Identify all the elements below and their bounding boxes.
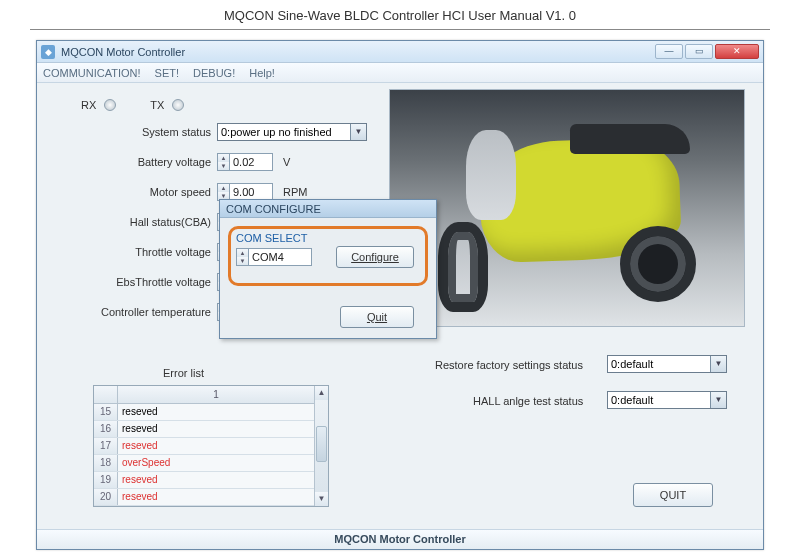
restore-factory-dropdown[interactable]: 0:default ▼ — [607, 355, 727, 373]
com-select-input[interactable]: ▲▼COM4 — [236, 248, 312, 266]
rx-label: RX — [81, 99, 96, 111]
rxtx-indicators: RX TX — [81, 99, 184, 111]
table-row[interactable]: 20reseved — [94, 489, 314, 506]
restore-factory-value: 0:default — [611, 358, 653, 370]
row-number: 15 — [94, 404, 118, 420]
chevron-down-icon: ▼ — [710, 392, 726, 408]
error-list-box: 1 15reseved16reseved17reseved18overSpeed… — [93, 385, 329, 507]
battery-voltage-label: Battery voltage — [67, 156, 217, 168]
error-list-col-header: 1 — [118, 386, 314, 403]
dialog-title: COM CONFIGURE — [220, 200, 436, 218]
menubar: COMMUNICATION! SET! DEBUG! Help! — [37, 63, 763, 83]
hall-angle-dropdown[interactable]: 0:default ▼ — [607, 391, 727, 409]
tx-label: TX — [150, 99, 164, 111]
row-number: 17 — [94, 438, 118, 454]
row-text: reseved — [118, 421, 314, 437]
dialog-quit-button[interactable]: Quit — [340, 306, 414, 328]
row-number: 16 — [94, 421, 118, 437]
row-number: 18 — [94, 455, 118, 471]
statusbar: MQCON Motor Controller — [37, 529, 763, 549]
titlebar: ◆ MQCON Motor Controller — ▭ ✕ — [37, 41, 763, 63]
row-number: 20 — [94, 489, 118, 505]
ebs-throttle-voltage-label: EbsThrottle voltage — [67, 276, 217, 288]
throttle-voltage-label: Throttle voltage — [67, 246, 217, 258]
minimize-button[interactable]: — — [655, 44, 683, 59]
app-icon: ◆ — [41, 45, 55, 59]
client-area: RX TX System status 0:power up no finish… — [37, 83, 763, 529]
system-status-row: System status 0:power up no finished ▼ — [67, 123, 367, 141]
error-list-table: 1 15reseved16reseved17reseved18overSpeed… — [94, 386, 314, 506]
menu-help[interactable]: Help! — [249, 67, 275, 79]
system-status-dropdown[interactable]: 0:power up no finished ▼ — [217, 123, 367, 141]
controller-temp-label: Controller temperature — [67, 306, 217, 318]
row-number: 19 — [94, 472, 118, 488]
menu-debug[interactable]: DEBUG! — [193, 67, 235, 79]
configure-button[interactable]: Configure — [336, 246, 414, 268]
table-row[interactable]: 17reseved — [94, 438, 314, 455]
system-status-label: System status — [67, 126, 217, 138]
restore-factory-label: Restore factory settings status — [435, 359, 583, 371]
row-text: reseved — [118, 438, 314, 454]
hall-angle-label: HALL anlge test status — [473, 395, 583, 407]
window-buttons: — ▭ ✕ — [655, 44, 759, 59]
scroll-down-icon[interactable]: ▼ — [315, 492, 328, 506]
error-list-label: Error list — [163, 367, 204, 379]
system-status-value: 0:power up no finished — [221, 126, 332, 138]
divider — [30, 29, 770, 30]
battery-voltage-row: Battery voltage ▲▼0.02 V — [67, 153, 290, 171]
rx-led-icon — [104, 99, 116, 111]
table-row[interactable]: 19reseved — [94, 472, 314, 489]
row-text: reseved — [118, 489, 314, 505]
motor-speed-label: Motor speed — [67, 186, 217, 198]
menu-communication[interactable]: COMMUNICATION! — [43, 67, 141, 79]
error-list-scrollbar[interactable]: ▲ ▼ — [314, 386, 328, 506]
error-list-header: 1 — [94, 386, 314, 404]
window-title: MQCON Motor Controller — [61, 46, 655, 58]
com-select-label: COM SELECT — [236, 232, 308, 244]
close-button[interactable]: ✕ — [715, 44, 759, 59]
doc-title: MQCON Sine-Wave BLDC Controller HCI User… — [0, 0, 800, 29]
row-text: overSpeed — [118, 455, 314, 471]
tx-led-icon — [172, 99, 184, 111]
chevron-down-icon: ▼ — [710, 356, 726, 372]
table-row[interactable]: 16reseved — [94, 421, 314, 438]
maximize-button[interactable]: ▭ — [685, 44, 713, 59]
row-text: reseved — [118, 404, 314, 420]
table-row[interactable]: 18overSpeed — [94, 455, 314, 472]
com-configure-dialog: COM CONFIGURE COM SELECT ▲▼COM4 Configur… — [219, 199, 437, 339]
hall-status-label: Hall status(CBA) — [67, 216, 217, 228]
chevron-down-icon: ▼ — [350, 124, 366, 140]
scroll-thumb[interactable] — [316, 426, 327, 462]
table-row[interactable]: 15reseved — [94, 404, 314, 421]
motor-speed-unit: RPM — [283, 186, 307, 198]
menu-set[interactable]: SET! — [155, 67, 179, 79]
product-image — [389, 89, 745, 327]
battery-voltage-unit: V — [283, 156, 290, 168]
app-window: ◆ MQCON Motor Controller — ▭ ✕ COMMUNICA… — [36, 40, 764, 550]
hall-angle-value: 0:default — [611, 394, 653, 406]
scroll-up-icon[interactable]: ▲ — [315, 386, 328, 400]
quit-button[interactable]: QUIT — [633, 483, 713, 507]
battery-voltage-input[interactable]: ▲▼0.02 — [217, 153, 273, 171]
row-text: reseved — [118, 472, 314, 488]
